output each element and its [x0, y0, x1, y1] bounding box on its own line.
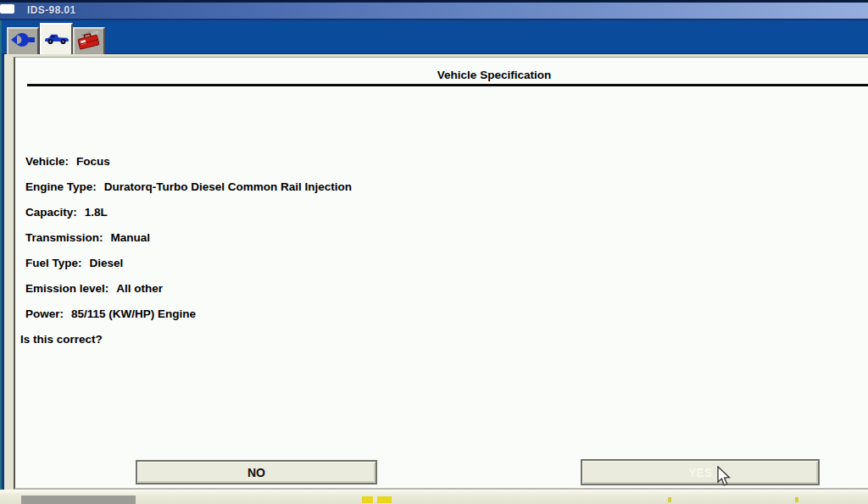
- toolbox-icon: [75, 29, 103, 54]
- bottom-strip: [0, 490, 868, 504]
- yes-button[interactable]: YES: [581, 459, 820, 485]
- spec-row: Vehicle:Focus: [25, 149, 352, 174]
- bottom-strip-yellow-mark: [362, 496, 373, 503]
- bottom-strip-gray-fragment: [21, 496, 136, 504]
- spec-label: Fuel Type:: [25, 257, 82, 269]
- content-panel: Vehicle Specification Vehicle:Focus Engi…: [14, 57, 868, 490]
- spec-row: Power:85/115 (KW/HP) Engine: [25, 302, 352, 327]
- tab-home[interactable]: [7, 27, 39, 54]
- spec-value: 1.8L: [85, 206, 108, 219]
- spec-value: Diesel: [90, 257, 124, 269]
- page-title: Vehicle Specification: [105, 69, 868, 81]
- bottom-strip-yellow-tick: [668, 497, 671, 502]
- spec-label: Transmission:: [25, 231, 103, 244]
- bottom-strip-yellow-tick: [795, 497, 798, 502]
- ids-logo-icon: [10, 30, 36, 53]
- spec-row: Engine Type:Duratorq-Turbo Diesel Common…: [25, 174, 352, 200]
- header-divider: [27, 84, 868, 86]
- spec-label: Emission level:: [25, 282, 108, 295]
- spec-list: Vehicle:Focus Engine Type:Duratorq-Turbo…: [25, 149, 352, 327]
- window-left-inner-edge: [2, 54, 4, 491]
- spec-value: Focus: [76, 155, 110, 168]
- spec-value: 85/115 (KW/HP) Engine: [71, 307, 196, 320]
- bottom-strip-yellow-mark: [377, 496, 392, 503]
- spec-row: Capacity:1.8L: [25, 200, 352, 225]
- spec-value: Manual: [111, 231, 151, 244]
- ids-window: IDS-98.01: [0, 0, 868, 504]
- spec-label: Capacity:: [25, 206, 77, 219]
- title-bar: IDS-98.01: [0, 3, 868, 19]
- tab-vehicle[interactable]: [40, 23, 73, 54]
- tab-bar: [0, 20, 868, 54]
- spec-label: Engine Type:: [25, 180, 97, 193]
- spec-value: Duratorq-Turbo Diesel Common Rail Inject…: [104, 180, 352, 193]
- spec-row: Transmission:Manual: [25, 225, 352, 251]
- spec-label: Vehicle:: [25, 155, 69, 168]
- spec-row: Emission level:All other: [25, 276, 352, 302]
- no-button[interactable]: NO: [136, 460, 377, 485]
- tab-toolbox[interactable]: [73, 27, 105, 54]
- window-icon: [0, 4, 14, 14]
- confirm-question: Is this correct?: [20, 327, 103, 352]
- spec-value: All other: [116, 282, 163, 295]
- spec-row: Fuel Type:Diesel: [25, 251, 352, 276]
- spec-label: Power:: [25, 307, 64, 320]
- window-title: IDS-98.01: [27, 4, 76, 16]
- vehicle-icon: [43, 30, 70, 50]
